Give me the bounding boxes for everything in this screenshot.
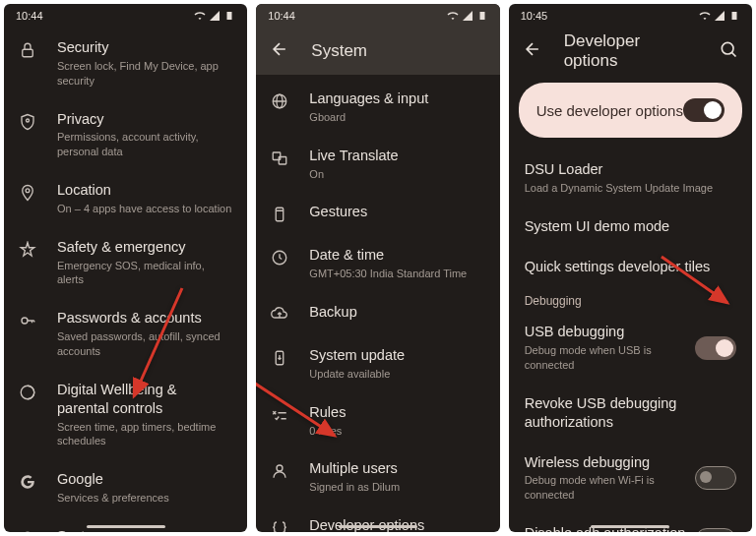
item-title: Wireless debugging (525, 453, 695, 472)
item-title: Quick settings developer tiles (525, 258, 736, 276)
item-sub: GMT+05:30 India Standard Time (309, 267, 483, 281)
item-title: Date & time (309, 246, 483, 265)
item-system[interactable]: SystemLanguages, gestures, time, backup (4, 516, 247, 532)
status-icons (447, 10, 488, 22)
svg-line-25 (731, 52, 735, 56)
svg-rect-18 (277, 208, 284, 222)
clock-icon (270, 248, 289, 268)
settings-list[interactable]: SecurityScreen lock, Find My Device, app… (4, 28, 247, 532)
adb-timeout-toggle[interactable] (695, 528, 736, 532)
back-icon[interactable] (270, 39, 289, 63)
item-sub: Saved passwords, autofill, synced accoun… (57, 329, 231, 359)
nav-bar[interactable] (339, 525, 417, 528)
item-users[interactable]: Multiple usersSigned in as Dilum (256, 448, 499, 506)
svg-point-2 (26, 189, 30, 193)
item-sub: Update available (309, 367, 483, 382)
nav-bar[interactable] (591, 525, 669, 528)
settings-main-screen: 10:44 SecurityScreen lock, Find My Devic… (4, 4, 247, 532)
status-icons (194, 10, 235, 22)
item-title: Location (57, 181, 231, 200)
item-usb-debugging[interactable]: USB debuggingDebug mode when USB is conn… (509, 312, 752, 384)
item-sub: Emergency SOS, medical info, alerts (57, 259, 231, 288)
item-languages[interactable]: Languages & inputGboard (256, 79, 499, 136)
svg-point-1 (27, 119, 30, 122)
item-location[interactable]: LocationOn – 4 apps have access to locat… (4, 170, 247, 227)
item-title: Backup (309, 303, 483, 322)
dev-options-list[interactable]: DSU LoaderLoad a Dynamic System Update I… (509, 149, 752, 532)
item-datetime[interactable]: Date & timeGMT+05:30 India Standard Time (256, 235, 499, 292)
info-icon (18, 529, 37, 532)
item-sub: 0 rules (309, 424, 483, 439)
item-title: Multiple users (309, 459, 483, 478)
item-title: Safety & emergency (57, 238, 231, 257)
master-toggle[interactable] (683, 98, 724, 122)
status-time: 10:44 (16, 10, 43, 22)
users-icon (270, 461, 289, 481)
wellbeing-icon (18, 383, 37, 402)
item-revoke-usb[interactable]: Revoke USB debugging authorizations (509, 384, 752, 443)
translate-icon (270, 149, 289, 168)
header: System (256, 28, 499, 75)
status-time: 10:44 (268, 10, 295, 22)
item-wireless-debugging[interactable]: Wireless debuggingDebug mode when Wi-Fi … (509, 443, 752, 514)
svg-point-3 (22, 318, 28, 324)
item-safety[interactable]: Safety & emergencyEmergency SOS, medical… (4, 227, 247, 299)
globe-icon (270, 91, 289, 111)
item-title: USB debugging (525, 323, 695, 341)
item-adb-timeout[interactable]: Disable adb authorization timeoutDisable… (509, 513, 752, 532)
item-title: DSU Loader (525, 160, 736, 179)
backup-icon (270, 305, 289, 325)
item-sub: Load a Dynamic System Update Image (525, 181, 736, 196)
item-privacy[interactable]: PrivacyPermissions, account activity, pe… (4, 99, 247, 171)
system-list[interactable]: Languages & inputGboard Live TranslateOn… (256, 75, 499, 532)
nav-bar[interactable] (87, 525, 165, 528)
item-sub: Debug mode when Wi-Fi is connected (525, 473, 695, 503)
svg-point-24 (722, 42, 733, 54)
item-passwords[interactable]: Passwords & accountsSaved passwords, aut… (4, 298, 247, 370)
item-security[interactable]: SecurityScreen lock, Find My Device, app… (4, 28, 247, 99)
header-title: Developer options (564, 31, 697, 71)
item-sub: Gboard (309, 110, 483, 125)
item-sub: Services & preferences (57, 491, 231, 506)
item-title: Live Translate (309, 147, 483, 165)
braces-icon (270, 518, 289, 532)
status-time: 10:45 (521, 10, 548, 22)
item-gestures[interactable]: Gestures (256, 192, 499, 235)
item-dsu[interactable]: DSU LoaderLoad a Dynamic System Update I… (509, 149, 752, 207)
item-title: Gestures (309, 203, 483, 221)
back-icon[interactable] (523, 39, 542, 63)
item-translate[interactable]: Live TranslateOn (256, 136, 499, 193)
item-rules[interactable]: Rules0 rules (256, 392, 499, 449)
item-google[interactable]: GoogleServices & preferences (4, 459, 247, 516)
item-title: Google (57, 470, 231, 489)
item-title: Passwords & accounts (57, 309, 231, 328)
google-icon (18, 472, 37, 492)
master-toggle-pill[interactable]: Use developer options (519, 83, 742, 138)
item-title: System update (309, 346, 483, 365)
item-sub: Debug mode when USB is connected (525, 343, 695, 373)
item-title: Revoke USB debugging authorizations (525, 394, 736, 432)
location-icon (18, 183, 37, 203)
key-icon (18, 311, 37, 330)
item-quick-tiles[interactable]: Quick settings developer tiles (509, 247, 752, 287)
developer-options-screen: 10:45 Developer options Use developer op… (509, 4, 752, 532)
search-icon[interactable] (719, 39, 738, 63)
item-sub: Permissions, account activity, personal … (57, 130, 231, 159)
rules-icon (270, 405, 289, 425)
privacy-icon (18, 112, 37, 132)
item-demo-mode[interactable]: System UI demo mode (509, 207, 752, 247)
svg-point-22 (277, 465, 283, 471)
item-backup[interactable]: Backup (256, 292, 499, 335)
item-title: Privacy (57, 110, 231, 129)
gestures-icon (270, 205, 289, 224)
item-wellbeing[interactable]: Digital Wellbeing & parental controlsScr… (4, 370, 247, 459)
item-sub: On – 4 apps have access to location (57, 202, 231, 216)
header-title: System (311, 41, 367, 61)
status-bar: 10:44 (256, 4, 499, 28)
item-sub: Signed in as Dilum (309, 480, 483, 495)
wireless-debugging-toggle[interactable] (695, 466, 736, 490)
header: Developer options (509, 28, 752, 75)
item-update[interactable]: System updateUpdate available (256, 335, 499, 392)
system-screen: 10:44 System Languages & inputGboard Liv… (256, 4, 499, 532)
usb-debugging-toggle[interactable] (695, 336, 736, 360)
